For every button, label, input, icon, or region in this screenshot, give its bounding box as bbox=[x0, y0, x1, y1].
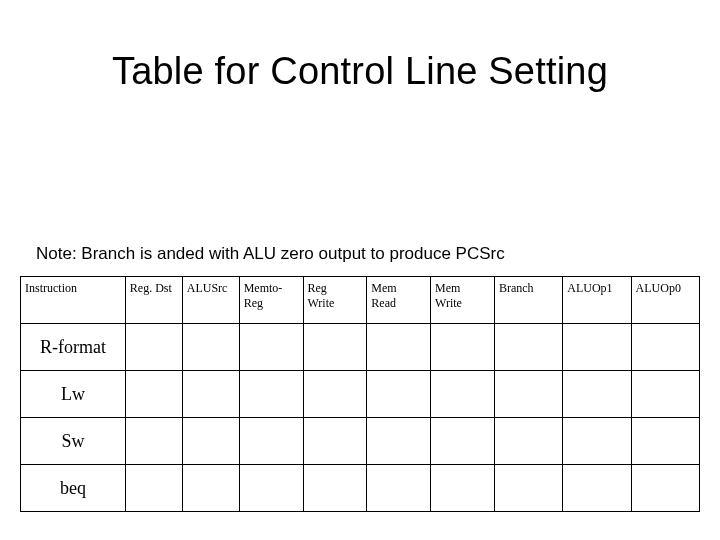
table-cell bbox=[125, 371, 182, 418]
th-instruction: Instruction bbox=[21, 277, 126, 324]
table-cell bbox=[631, 418, 699, 465]
table-cell bbox=[494, 465, 562, 512]
row-label: beq bbox=[21, 465, 126, 512]
th-regdst: Reg. Dst bbox=[125, 277, 182, 324]
page-title: Table for Control Line Setting bbox=[0, 50, 720, 93]
table-body: R-format Lw bbox=[21, 324, 700, 512]
th-memtoreg: Memto-Reg bbox=[239, 277, 303, 324]
table-cell bbox=[303, 324, 367, 371]
table-cell bbox=[303, 465, 367, 512]
table-cell bbox=[494, 418, 562, 465]
table-cell bbox=[631, 324, 699, 371]
table-cell bbox=[239, 465, 303, 512]
table-cell bbox=[125, 324, 182, 371]
table-cell bbox=[125, 418, 182, 465]
table-cell bbox=[182, 465, 239, 512]
th-memwrite: MemWrite bbox=[431, 277, 495, 324]
th-aluop1: ALUOp1 bbox=[563, 277, 631, 324]
table-cell bbox=[239, 371, 303, 418]
table-cell bbox=[303, 418, 367, 465]
table-cell bbox=[303, 371, 367, 418]
table-row: Lw bbox=[21, 371, 700, 418]
row-label: Sw bbox=[21, 418, 126, 465]
table-row: Sw bbox=[21, 418, 700, 465]
table-cell bbox=[631, 371, 699, 418]
table-cell bbox=[182, 371, 239, 418]
table-cell bbox=[367, 324, 431, 371]
table-header-row: Instruction Reg. Dst ALUSrc Memto-Reg Re… bbox=[21, 277, 700, 324]
row-label: R-format bbox=[21, 324, 126, 371]
table-cell bbox=[563, 371, 631, 418]
table-cell bbox=[182, 324, 239, 371]
note-text: Note: Branch is anded with ALU zero outp… bbox=[36, 244, 505, 264]
table-cell bbox=[431, 371, 495, 418]
table-cell bbox=[431, 324, 495, 371]
table-cell bbox=[563, 324, 631, 371]
table-cell bbox=[367, 418, 431, 465]
th-branch: Branch bbox=[494, 277, 562, 324]
th-memread: MemRead bbox=[367, 277, 431, 324]
table-cell bbox=[182, 418, 239, 465]
row-label: Lw bbox=[21, 371, 126, 418]
table-cell bbox=[494, 371, 562, 418]
th-aluop0: ALUOp0 bbox=[631, 277, 699, 324]
table-cell bbox=[631, 465, 699, 512]
table-cell bbox=[563, 418, 631, 465]
table-cell bbox=[563, 465, 631, 512]
table-cell bbox=[431, 465, 495, 512]
slide: Table for Control Line Setting Note: Bra… bbox=[0, 0, 720, 540]
table-cell bbox=[239, 324, 303, 371]
th-regwrite: RegWrite bbox=[303, 277, 367, 324]
control-table: Instruction Reg. Dst ALUSrc Memto-Reg Re… bbox=[20, 276, 700, 512]
table-cell bbox=[239, 418, 303, 465]
th-alusrc: ALUSrc bbox=[182, 277, 239, 324]
table-cell bbox=[431, 418, 495, 465]
table-row: beq bbox=[21, 465, 700, 512]
table-cell bbox=[125, 465, 182, 512]
table-row: R-format bbox=[21, 324, 700, 371]
table-cell bbox=[367, 371, 431, 418]
table-cell bbox=[494, 324, 562, 371]
table-cell bbox=[367, 465, 431, 512]
